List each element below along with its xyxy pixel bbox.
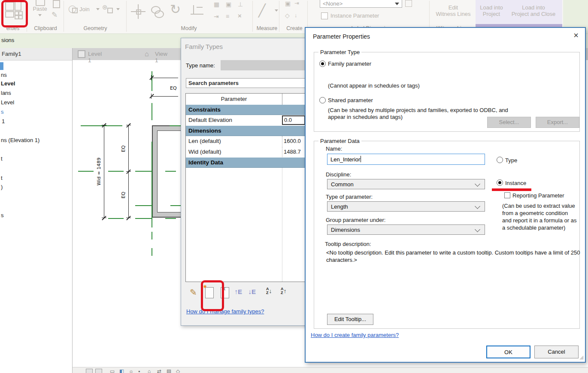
reference-plane[interactable] xyxy=(152,232,152,240)
eq-dimension-label[interactable]: EQ xyxy=(170,85,177,91)
chevron-down-icon[interactable] xyxy=(116,8,120,10)
shaded-view-icon[interactable]: ◧ xyxy=(119,368,124,373)
browser-item[interactable]: lans xyxy=(1,90,11,96)
search-parameters-input[interactable]: Search parameters xyxy=(186,78,305,88)
param-value-cell[interactable]: 1600.0 xyxy=(282,136,306,146)
reference-plane[interactable] xyxy=(108,218,124,219)
sort-ascending-button[interactable]: AZ ↓ xyxy=(266,287,272,295)
name-input[interactable]: Len_Interior xyxy=(327,154,485,165)
measure-icon[interactable]: ╱ xyxy=(258,3,266,18)
crop-region-icon[interactable]: ⇄ xyxy=(157,368,161,373)
join-button[interactable]: Join xyxy=(79,6,90,12)
reference-plane[interactable] xyxy=(165,218,176,219)
pin-icon[interactable]: ⊥ xyxy=(238,1,243,8)
eq-dimension-label[interactable]: EQ xyxy=(121,191,126,200)
manage-family-types-link[interactable]: How do I manage family types? xyxy=(186,308,264,315)
rotate-icon[interactable]: ↻ xyxy=(170,2,181,17)
shared-parameter-radio[interactable] xyxy=(319,97,326,103)
table-row[interactable]: Default Elevation 0.0 xyxy=(186,115,305,126)
param-value-cell-selected[interactable]: 0.0 xyxy=(282,115,305,125)
parameter-column-header[interactable]: Parameter xyxy=(186,94,282,104)
instance-parameter-checkbox[interactable] xyxy=(321,12,328,19)
hide-elements-icon[interactable]: ▤ xyxy=(167,368,171,373)
create-load-icon[interactable]: ↓ xyxy=(294,12,297,18)
shadows-icon[interactable]: ▪ xyxy=(138,368,140,373)
create-arrow-icon[interactable]: ⇥ xyxy=(294,0,299,6)
param-value-cell[interactable]: 1488.7 xyxy=(282,147,306,157)
move-parameter-down-button[interactable]: ↓E xyxy=(248,288,256,296)
browser-item[interactable]: ns (Elevation 1) xyxy=(1,137,39,143)
reporting-parameter-checkbox[interactable] xyxy=(504,192,510,198)
browser-item[interactable]: s xyxy=(1,109,4,115)
load-into-project-and-close-button[interactable]: Load into Project and Close xyxy=(507,4,560,17)
create-family-parameters-link[interactable]: How do I create family parameters? xyxy=(311,332,399,338)
browser-item[interactable]: Level xyxy=(1,80,15,87)
load-into-project-button[interactable]: Load into Project xyxy=(477,4,506,17)
reference-plane[interactable] xyxy=(165,171,176,172)
ok-button[interactable]: OK xyxy=(486,346,530,358)
table-row[interactable]: Wid (default) 1488.7 xyxy=(186,147,305,158)
group-parameter-under-select[interactable]: Dimensions xyxy=(327,224,485,235)
reveal-hidden-icon[interactable]: ◇ xyxy=(176,368,180,373)
resize-grip[interactable]: ◢ xyxy=(579,354,583,360)
group-row-constraints[interactable]: Constraints xyxy=(186,105,305,115)
browser-item[interactable]: t xyxy=(1,175,3,181)
scale-icon[interactable] xyxy=(86,369,93,373)
discipline-select[interactable]: Common xyxy=(327,179,485,189)
detail-level-icon[interactable] xyxy=(95,369,102,373)
reference-plane[interactable] xyxy=(78,171,94,172)
trim-icon[interactable]: ▣ xyxy=(226,1,231,8)
chevron-down-icon[interactable] xyxy=(275,9,278,12)
sort-descending-button[interactable]: AZ ↑ xyxy=(281,287,287,295)
eq-dimension-label[interactable]: EQ xyxy=(121,145,126,153)
reference-plane[interactable] xyxy=(152,248,152,256)
offset-icon[interactable]: ⇥ xyxy=(214,13,219,20)
reference-plane[interactable] xyxy=(81,125,122,126)
browser-item[interactable]: Level xyxy=(1,99,14,106)
table-row[interactable]: Len (default) 1600.0 xyxy=(186,136,305,147)
edit-tooltip-button[interactable]: Edit Tooltip... xyxy=(327,314,373,325)
browser-item[interactable]: ) xyxy=(1,184,3,190)
select-button[interactable]: Select... xyxy=(487,117,531,128)
edit-parameter-icon[interactable]: ✎ xyxy=(190,287,197,297)
type-name-combo[interactable] xyxy=(221,60,306,70)
create-similar-icon[interactable]: ◇ xyxy=(285,12,290,19)
edit-witness-lines-button[interactable]: Edit Witness Lines xyxy=(433,4,473,17)
copy-icon[interactable] xyxy=(53,0,60,8)
project-browser-header[interactable]: Family1 xyxy=(0,48,72,61)
sun-path-icon[interactable]: ☼ xyxy=(129,368,133,373)
move-icon[interactable] xyxy=(131,4,145,19)
reference-plane[interactable] xyxy=(108,171,124,172)
label-combo[interactable]: <None> xyxy=(320,0,402,8)
split-icon[interactable]: ▦ xyxy=(214,1,219,8)
type-radio[interactable] xyxy=(497,157,503,163)
reference-plane[interactable] xyxy=(152,71,152,91)
reference-plane[interactable] xyxy=(135,205,152,206)
reference-plane[interactable] xyxy=(152,142,152,227)
dimension-line[interactable] xyxy=(152,78,178,78)
wid-dimension-label[interactable]: Wid = 1489 xyxy=(96,157,102,187)
match-properties-icon[interactable]: ✎ xyxy=(52,10,58,19)
paste-button[interactable]: Paste xyxy=(30,0,50,23)
dimension-line-wid[interactable] xyxy=(104,125,104,218)
array-icon[interactable]: ≡ xyxy=(226,13,229,20)
crop-view-icon[interactable]: ⌂ xyxy=(148,368,151,373)
group-row-identity-data[interactable]: Identity Data xyxy=(186,158,305,168)
chevron-down-icon[interactable] xyxy=(96,8,100,10)
group-row-dimensions[interactable]: Dimensions xyxy=(186,126,305,136)
reference-plane[interactable] xyxy=(135,171,152,172)
type-of-parameter-select[interactable]: Length xyxy=(327,201,485,212)
reference-plane[interactable] xyxy=(135,218,152,219)
dimension-line[interactable] xyxy=(152,96,178,97)
cut-geometry-icon[interactable]: ⊛ xyxy=(102,3,108,11)
move-parameter-up-button[interactable]: ↑E xyxy=(234,288,242,296)
browser-item[interactable]: 1 xyxy=(2,118,5,124)
instance-radio[interactable] xyxy=(497,179,503,186)
family-parameter-radio[interactable] xyxy=(319,61,326,67)
browser-item[interactable]: ns xyxy=(1,72,7,78)
delete-icon[interactable]: × xyxy=(238,12,242,19)
visual-style-icon[interactable]: ▭ xyxy=(110,368,115,373)
close-icon[interactable]: × xyxy=(570,30,582,42)
create-group-icon[interactable]: ▣ xyxy=(285,0,291,7)
browser-item[interactable]: s xyxy=(1,212,4,218)
